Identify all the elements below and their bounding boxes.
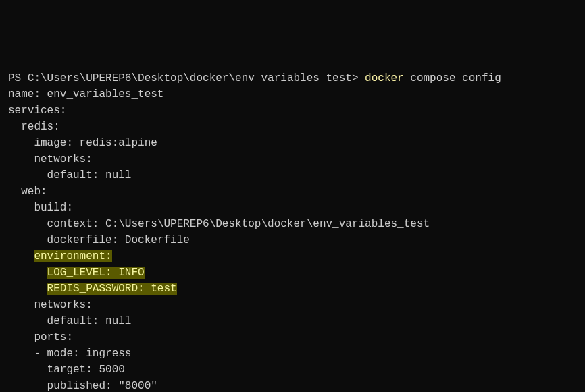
yaml-name: name: env_variables_test <box>8 88 163 101</box>
terminal-output[interactable]: PS C:\Users\UPEREP6\Desktop\docker\env_v… <box>8 70 577 392</box>
yaml-mode: - mode: ingress <box>8 347 131 360</box>
yaml-context: context: C:\Users\UPEREP6\Desktop\docker… <box>8 218 430 230</box>
yaml-ports: ports: <box>8 331 73 343</box>
yaml-loglevel-line: LOG_LEVEL: INFO <box>8 267 145 279</box>
yaml-redis-image: image: redis:alpine <box>8 137 157 149</box>
yaml-environment-key: environment: <box>34 250 111 262</box>
yaml-build: build: <box>8 202 73 214</box>
command-executable: docker <box>365 72 404 84</box>
yaml-web: web: <box>8 186 47 198</box>
yaml-log-level: LOG_LEVEL: INFO <box>47 267 145 279</box>
yaml-redis-password: REDIS_PASSWORD: test <box>47 283 177 295</box>
yaml-web-default: default: null <box>8 315 131 327</box>
indent <box>8 267 47 279</box>
yaml-published: published: "8000" <box>8 380 157 392</box>
yaml-web-networks: networks: <box>8 299 93 311</box>
yaml-redis: redis: <box>8 121 60 133</box>
yaml-target: target: 5000 <box>8 364 125 376</box>
yaml-redis-networks: networks: <box>8 153 93 165</box>
yaml-redispass-line: REDIS_PASSWORD: test <box>8 283 177 295</box>
prompt-path: C:\Users\UPEREP6\Desktop\docker\env_vari… <box>28 72 352 84</box>
command-args: compose config <box>404 72 501 84</box>
yaml-redis-default: default: null <box>8 169 131 181</box>
yaml-environment-line: environment: <box>8 250 112 262</box>
yaml-dockerfile: dockerfile: Dockerfile <box>8 234 190 246</box>
yaml-services: services: <box>8 105 66 117</box>
indent <box>8 250 34 262</box>
ps-prefix: PS <box>8 72 28 84</box>
prompt-separator: > <box>352 72 365 84</box>
indent <box>8 283 47 295</box>
prompt-line: PS C:\Users\UPEREP6\Desktop\docker\env_v… <box>8 72 501 84</box>
